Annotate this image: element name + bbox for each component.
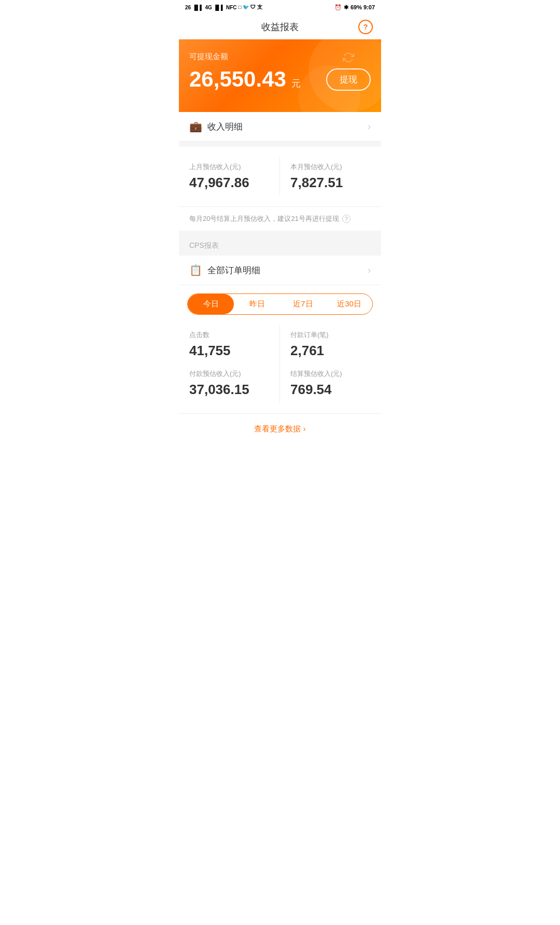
hero-amount: 26,550.43 [189,67,286,91]
clicks-cell: 点击数 41,755 [189,325,280,364]
clicks-label: 点击数 [189,330,269,340]
all-orders-row[interactable]: 📋 全部订单明细 › [179,256,381,285]
cps-stats: 点击数 41,755 付款订单(笔) 2,761 付款预估收入(元) 37,03… [179,315,381,413]
divider-2 [179,231,381,236]
this-month-value: 7,827.51 [290,175,371,191]
tab-today[interactable]: 今日 [188,294,234,314]
cps-header-label: CPS报表 [189,241,219,249]
info-note: 每月20号结算上月预估收入，建议21号再进行提现 ? [179,206,381,231]
help-button[interactable]: ? [358,20,373,34]
status-left: 26 ▐▌▌ 4G ▐▌▌ NFC □ 🐦 🛡 支 [185,4,262,11]
tab-yesterday[interactable]: 昨日 [234,294,280,314]
signal-bars: ▐▌▌ [192,5,203,10]
info-help-icon[interactable]: ? [342,215,351,223]
withdraw-button[interactable]: 提现 [326,68,371,91]
last-month-value: 47,967.86 [189,175,269,191]
this-month-label: 本月预估收入(元) [290,162,371,172]
refresh-icon [343,52,354,63]
settle-est-value: 769.54 [290,382,371,398]
info-text: 每月20号结算上月预估收入，建议21号再进行提现 [189,214,339,223]
pay-est-cell: 付款预估收入(元) 37,036.15 [189,364,280,403]
nav-bar: 收益报表 ? [179,15,381,39]
hero-amount-container: 26,550.43 元 [189,67,301,92]
more-data-link[interactable]: 查看更多数据 › [254,424,305,434]
cps-section-header: CPS报表 [179,236,381,256]
signal-bars-2: ▐▌▌ [214,5,225,10]
pay-est-label: 付款预估收入(元) [189,369,269,379]
clicks-value: 41,755 [189,343,269,359]
orders-chevron: › [368,265,371,276]
settle-est-label: 结算预估收入(元) [290,369,371,379]
orders-count-value: 2,761 [290,343,371,359]
this-month-cell: 本月预估收入(元) 7,827.51 [280,157,371,196]
income-detail-row[interactable]: 💼 收入明细 › [179,112,381,142]
settle-est-cell: 结算预估收入(元) 769.54 [280,364,371,403]
4g-icon: 4G [205,5,212,10]
status-right: ⏰ ✱ 69% 9:07 [334,4,375,11]
tab-30days[interactable]: 近30日 [326,294,372,314]
signal-icon: 26 [185,5,191,10]
alarm-icon: ⏰ [334,4,342,11]
bluetooth-icon: ✱ [344,4,348,11]
orders-icon: 📋 [189,264,202,276]
pay-est-value: 37,036.15 [189,382,269,398]
status-bar: 26 ▐▌▌ 4G ▐▌▌ NFC □ 🐦 🛡 支 ⏰ ✱ 69% 9:07 [179,0,381,15]
income-icon: 💼 [189,120,202,133]
income-chevron: › [368,121,371,132]
orders-count-label: 付款订单(笔) [290,330,371,340]
last-month-label: 上月预估收入(元) [189,162,269,172]
divider-1 [179,142,381,147]
page-title: 收益报表 [261,21,299,33]
nfc-icon: NFC [226,5,237,10]
income-label: 收入明细 [207,121,368,133]
notification-icons: □ 🐦 🛡 支 [239,4,262,11]
tab-7days[interactable]: 近7日 [280,294,326,314]
hero-unit: 元 [291,78,301,89]
hero-amount-row: 26,550.43 元 提现 [189,67,371,92]
stats-grid: 上月预估收入(元) 47,967.86 本月预估收入(元) 7,827.51 [179,147,381,206]
orders-count-cell: 付款订单(笔) 2,761 [280,325,371,364]
hero-banner: 可提现金额 26,550.43 元 提现 [179,39,381,112]
battery-text: 69% 9:07 [351,4,375,10]
tab-bar: 今日 昨日 近7日 近30日 [187,293,373,315]
bottom-link-container: 查看更多数据 › [179,413,381,444]
orders-label: 全部订单明细 [207,264,368,276]
last-month-cell: 上月预估收入(元) 47,967.86 [189,157,280,196]
